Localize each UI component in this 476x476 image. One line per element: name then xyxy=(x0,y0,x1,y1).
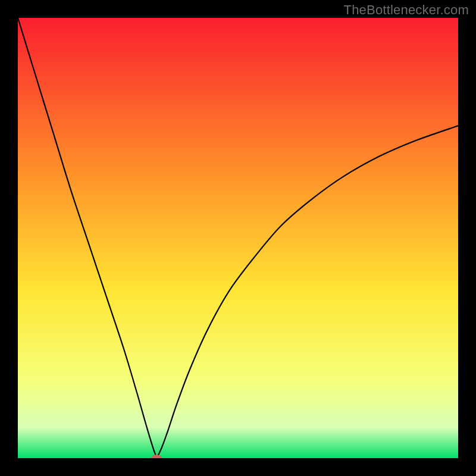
chart-frame: TheBottlenecker.com xyxy=(0,0,476,476)
watermark-label: TheBottlenecker.com xyxy=(344,2,469,18)
chart-plot-area xyxy=(18,18,458,458)
chart-svg xyxy=(18,18,458,458)
gradient-background xyxy=(18,18,458,458)
